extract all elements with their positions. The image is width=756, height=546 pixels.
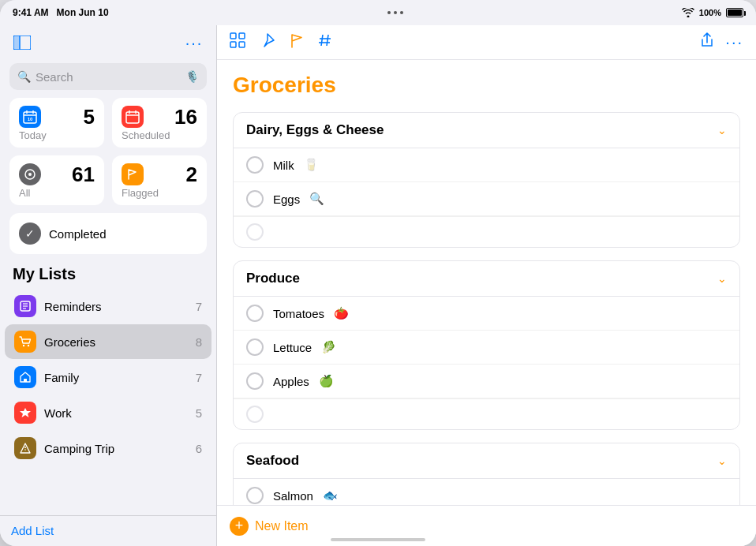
flagged-label: Flagged	[122, 187, 197, 199]
reminders-icon	[14, 295, 36, 317]
svg-rect-20	[24, 379, 27, 382]
dairy-add-row	[234, 216, 739, 247]
eggs-circle[interactable]	[246, 190, 264, 208]
sidebar-footer: Add List	[0, 515, 216, 546]
share-icon[interactable]	[700, 32, 714, 52]
new-item-icon[interactable]: +	[230, 517, 249, 536]
list-item-family[interactable]: Family 7	[5, 360, 211, 395]
home-indicator	[331, 538, 425, 541]
smart-list-all[interactable]: 61 All	[9, 155, 104, 205]
detail-footer: + New Item	[217, 505, 756, 546]
milk-text: Milk	[273, 159, 294, 172]
milk-emoji: 🥛	[304, 158, 319, 172]
svg-point-23	[24, 449, 26, 451]
hash-icon[interactable]	[318, 33, 332, 51]
family-icon	[14, 366, 36, 388]
list-item-work[interactable]: Work 5	[5, 395, 211, 430]
list-item-camping[interactable]: Camping Trip 6	[5, 431, 211, 466]
lettuce-circle[interactable]	[246, 338, 264, 356]
section-header-dairy[interactable]: Dairy, Eggs & Cheese ⌄	[234, 113, 739, 148]
detail-body: Groceries Dairy, Eggs & Cheese ⌄ Milk 🥛	[217, 60, 756, 546]
section-title-dairy: Dairy, Eggs & Cheese	[246, 122, 384, 138]
reminder-milk: Milk 🥛	[234, 148, 739, 182]
microphone-icon[interactable]: 🎙️	[185, 70, 199, 83]
completed-row[interactable]: ✓ Completed	[9, 213, 207, 254]
camping-icon	[14, 437, 36, 459]
eggs-text: Eggs	[273, 193, 300, 206]
reminder-tomatoes: Tomatoes 🍅	[234, 297, 739, 331]
grid-icon[interactable]	[230, 32, 245, 52]
lettuce-text: Lettuce	[273, 341, 312, 354]
svg-point-18	[23, 345, 24, 346]
salmon-emoji: 🐟	[323, 488, 338, 503]
detail-title: Groceries	[233, 73, 740, 98]
smart-list-today[interactable]: 10 5 Today	[9, 98, 104, 148]
milk-circle[interactable]	[246, 156, 264, 174]
svg-point-19	[28, 345, 29, 346]
sidebar-more-icon[interactable]: ···	[183, 32, 205, 54]
flagged-count: 2	[186, 164, 197, 185]
eggs-emoji: 🔍	[309, 192, 324, 206]
lettuce-emoji: 🥬	[321, 340, 336, 354]
tomatoes-circle[interactable]	[246, 305, 264, 322]
status-date: Mon Jun 10	[57, 7, 109, 18]
detail-toolbar-right: ···	[700, 32, 743, 52]
status-bar-left: 9:41 AM Mon Jun 10	[13, 7, 109, 18]
salmon-circle[interactable]	[246, 487, 264, 504]
svg-rect-27	[239, 42, 245, 47]
completed-icon: ✓	[19, 223, 41, 245]
all-label: All	[19, 187, 95, 199]
search-bar[interactable]: 🔍 Search 🎙️	[9, 63, 207, 90]
seafood-chevron-icon: ⌄	[717, 454, 727, 467]
produce-add-circle[interactable]	[246, 406, 264, 423]
sidebar-toolbar: ···	[0, 25, 216, 60]
svg-line-29	[327, 35, 328, 46]
location-icon[interactable]	[260, 32, 275, 52]
scheduled-label: Scheduled	[122, 129, 197, 141]
my-lists-header: My Lists	[0, 265, 216, 288]
flagged-icon	[122, 163, 144, 185]
scheduled-count: 16	[174, 107, 197, 127]
groceries-count: 8	[196, 335, 202, 349]
today-icon: 10	[19, 106, 41, 128]
new-item-label[interactable]: New Item	[255, 519, 309, 533]
section-title-produce: Produce	[246, 271, 300, 286]
svg-rect-24	[230, 33, 236, 39]
smart-lists-grid: 10 5 Today 16 Scheduled	[0, 98, 216, 213]
family-count: 7	[196, 371, 202, 384]
reminder-lettuce: Lettuce 🥬	[234, 331, 739, 365]
groceries-icon	[14, 331, 36, 353]
list-item-reminders[interactable]: Reminders 7	[5, 289, 211, 323]
dairy-add-circle[interactable]	[246, 223, 264, 241]
add-list-button[interactable]: Add List	[11, 524, 54, 537]
search-placeholder: Search	[36, 70, 181, 84]
work-name: Work	[44, 406, 188, 420]
flag-icon[interactable]	[290, 33, 304, 52]
apples-circle[interactable]	[246, 372, 264, 390]
family-name: Family	[44, 371, 188, 384]
today-label: Today	[19, 129, 95, 141]
battery-label: 100%	[699, 8, 721, 17]
svg-text:10: 10	[28, 117, 33, 122]
sidebar-toggle-icon[interactable]	[11, 32, 33, 54]
camping-name: Camping Trip	[44, 442, 188, 455]
section-header-produce[interactable]: Produce ⌄	[234, 261, 739, 297]
smart-list-scheduled[interactable]: 16 Scheduled	[112, 98, 207, 148]
groceries-name: Groceries	[44, 335, 188, 349]
status-bar: 9:41 AM Mon Jun 10 100%	[0, 0, 756, 25]
section-header-seafood[interactable]: Seafood ⌄	[234, 443, 739, 479]
sidebar: ··· 🔍 Search 🎙️ 10 5 Today	[0, 25, 217, 546]
wifi-icon	[682, 8, 694, 17]
smart-list-flagged[interactable]: 2 Flagged	[112, 155, 207, 205]
svg-line-28	[321, 35, 323, 46]
reminder-apples: Apples 🍏	[234, 365, 739, 398]
more-icon[interactable]: ···	[725, 33, 743, 51]
all-count: 61	[72, 164, 95, 185]
completed-label: Completed	[49, 227, 197, 241]
svg-rect-0	[13, 36, 20, 50]
list-items: Reminders 7 Groceries 8 Family 7	[0, 288, 216, 515]
search-icon: 🔍	[17, 70, 31, 83]
list-item-groceries[interactable]: Groceries 8	[5, 324, 211, 359]
svg-rect-8	[126, 112, 139, 123]
detail-toolbar: ···	[217, 25, 756, 60]
